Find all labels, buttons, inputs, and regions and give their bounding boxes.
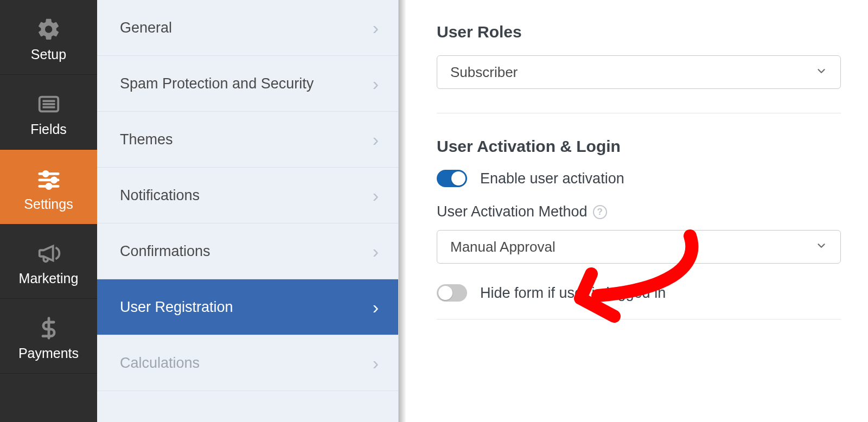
content-panel: User Roles Subscriber User Activation & …	[406, 0, 868, 422]
settings-list: General › Spam Protection and Security ›…	[97, 0, 399, 422]
settings-item-label: Themes	[120, 131, 173, 148]
settings-item-themes[interactable]: Themes ›	[97, 112, 398, 168]
user-role-select[interactable]: Subscriber	[437, 55, 841, 89]
settings-item-label: User Registration	[120, 299, 233, 316]
enable-activation-toggle[interactable]	[437, 170, 467, 187]
nav-label: Settings	[24, 196, 73, 212]
chevron-right-icon: ›	[373, 353, 379, 374]
chevron-right-icon: ›	[373, 241, 379, 262]
activation-method-label-row: User Activation Method ?	[437, 203, 840, 220]
settings-item-label: Confirmations	[120, 243, 210, 260]
nav-label: Fields	[30, 122, 67, 137]
divider	[437, 319, 841, 319]
settings-item-label: General	[120, 20, 172, 36]
divider	[437, 113, 841, 113]
help-icon[interactable]: ?	[593, 205, 607, 219]
activation-method-value: Manual Approval	[450, 239, 556, 255]
settings-item-label: Calculations	[120, 355, 200, 372]
settings-item-confirmations[interactable]: Confirmations ›	[97, 223, 398, 279]
activation-method-select[interactable]: Manual Approval	[437, 230, 841, 264]
chevron-right-icon: ›	[373, 73, 379, 94]
settings-item-notifications[interactable]: Notifications ›	[97, 168, 398, 223]
chevron-down-icon	[815, 239, 827, 255]
nav-item-settings[interactable]: Settings	[0, 150, 97, 224]
nav-label: Marketing	[19, 271, 79, 286]
gear-icon	[35, 15, 63, 43]
nav-item-setup[interactable]: Setup	[0, 0, 97, 75]
settings-item-calculations[interactable]: Calculations ›	[97, 335, 398, 391]
settings-item-spam[interactable]: Spam Protection and Security ›	[97, 56, 398, 112]
nav-item-marketing[interactable]: Marketing	[0, 224, 97, 299]
hide-form-toggle[interactable]	[437, 284, 467, 302]
nav-item-fields[interactable]: Fields	[0, 75, 97, 150]
svg-point-5	[43, 171, 48, 176]
dollar-icon	[35, 314, 63, 342]
settings-item-general[interactable]: General ›	[97, 0, 398, 56]
bullhorn-icon	[35, 239, 63, 267]
settings-item-label: Notifications	[120, 187, 200, 204]
sliders-icon	[35, 165, 63, 193]
chevron-right-icon: ›	[373, 297, 379, 318]
chevron-down-icon	[815, 64, 827, 81]
section-title-user-roles: User Roles	[437, 23, 840, 41]
settings-item-user-registration[interactable]: User Registration ›	[97, 279, 398, 335]
svg-point-9	[46, 184, 50, 188]
svg-point-7	[52, 178, 56, 182]
hide-form-row: Hide form if user is logged in	[437, 284, 840, 302]
chevron-right-icon: ›	[373, 129, 379, 150]
chevron-right-icon: ›	[373, 17, 379, 39]
section-title-activation: User Activation & Login	[437, 137, 840, 156]
activation-method-label: User Activation Method	[437, 203, 588, 220]
nav-item-payments[interactable]: Payments	[0, 299, 97, 374]
hide-form-label: Hide form if user is logged in	[480, 285, 666, 302]
nav-label: Setup	[31, 47, 66, 62]
chevron-right-icon: ›	[373, 185, 379, 206]
user-role-value: Subscriber	[450, 64, 518, 81]
list-icon	[35, 90, 63, 118]
settings-item-label: Spam Protection and Security	[120, 75, 314, 92]
enable-activation-label: Enable user activation	[480, 170, 624, 187]
primary-nav: Setup Fields Settings Marketing Payments	[0, 0, 97, 422]
panel-shadow	[399, 0, 406, 422]
nav-label: Payments	[18, 346, 79, 361]
enable-activation-row: Enable user activation	[437, 170, 840, 187]
